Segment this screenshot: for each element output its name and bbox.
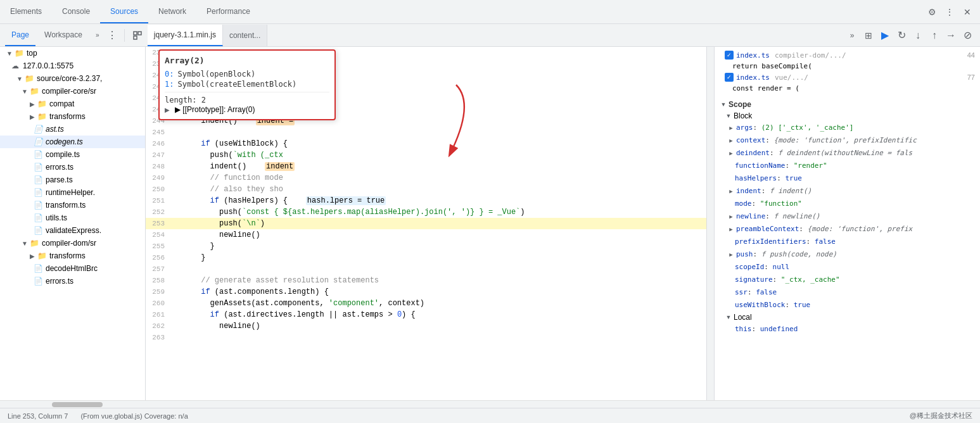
bottom-bar: Line 253, Column 7 (From vue.global.js) … [0,408,980,423]
expand-arrow-cd: ▼ [20,240,29,247]
scope-sep-push: : [753,249,761,260]
close-icon[interactable]: ✕ [961,6,974,18]
scope-val-this: undefined [760,324,798,335]
deactivate-button[interactable]: ⊘ [960,28,975,43]
more-tabs-button[interactable]: » [91,29,104,42]
call-stack-fn-1: const render = ( [732,84,799,92]
server-icon: ☁ [10,61,20,71]
expand-arrow-compat: ▶ [28,101,37,108]
tab-workspace[interactable]: Workspace [38,24,89,46]
tree-label-t2: transforms [49,251,86,260]
call-stack-item-0[interactable]: index.ts compiler-dom/.../ 44 [715,49,980,61]
tree-item-runtimehelper[interactable]: 📄 runtimeHelper. [0,186,145,199]
tree-label-compile: compile.ts [46,150,80,159]
tree-item-compiler-dom[interactable]: ▼ 📁 compiler-dom/sr [0,237,145,249]
tree-label-cc: compiler-core/sr [42,87,96,96]
tree-item-top[interactable]: ▼ 📁 top [0,47,145,60]
tree-item-transform[interactable]: 📄 transform.ts [0,199,145,212]
tree-item-compat[interactable]: ▶ 📁 compat [0,98,145,110]
block-header[interactable]: Block [715,110,980,122]
expand-context-icon[interactable] [727,135,735,146]
file-icon-decode: 📄 [33,263,43,274]
chevron-left-icon[interactable]: » [844,28,860,43]
tree-item-compile[interactable]: 📄 compile.ts [0,148,145,161]
block-section: Block args : (2) ['_ctx', '_cache'] cont… [715,110,980,312]
tree-label-errors2: errors.ts [46,277,73,286]
tab-sources[interactable]: Sources [100,0,148,23]
expand-panel-icon[interactable]: ⊞ [861,28,876,43]
file-tab-jquery[interactable]: jquery-3.1.1.min.js [148,25,223,46]
tree-item-server[interactable]: ☁ 127.0.0.1:5575 [0,60,145,72]
tab-network[interactable]: Network [148,0,196,23]
scope-sep-pi: : [806,236,815,248]
expand-indent-icon[interactable] [727,186,735,197]
tree-item-codegen[interactable]: 📄 codegen.ts [0,136,145,148]
more-options-icon[interactable]: ⋮ [943,6,956,18]
collapse-tree-button[interactable] [130,28,145,43]
tree-item-errors2[interactable]: 📄 errors.ts [0,275,145,287]
tree-item-utils[interactable]: 📄 utils.ts [0,212,145,224]
scope-val-push: f push(code, node) [761,249,837,260]
more-options-button[interactable]: ⋮ [106,29,119,42]
line-text: push(`const { ${ast.helpers.map(aliasHel… [171,206,525,218]
code-editor[interactable]: 238 239 if (isSetupInlined) { 240 push(`… [146,47,706,400]
call-stack-item-1[interactable]: index.ts vue/.../ 77 [715,72,980,83]
tree-item-compiler-core[interactable]: ▼ 📁 compiler-core/sr [0,85,145,98]
expand-proto-icon[interactable]: ▶ [165,106,170,113]
file-tab-content[interactable]: content... [223,25,267,46]
horizontal-scrollbar[interactable] [0,400,980,408]
tree-item-parse[interactable]: 📄 parse.ts [0,174,145,186]
code-line-259: 259 if (ast.components.length) { [146,286,706,298]
tree-item-ast[interactable]: 📄 ast.ts [0,123,145,136]
expand-push-icon[interactable] [727,249,735,260]
code-line-261: 261 if (ast.directives.length || ast.tem… [146,309,706,320]
tab-elements[interactable]: Elements [0,0,52,23]
h-scroll-thumb[interactable] [52,402,103,407]
tree-item-transforms2[interactable]: ▶ 📁 transforms [0,249,145,262]
line-text: // generate asset resolution statements [171,275,379,286]
resume-button[interactable]: ▶ [877,28,893,43]
line-number: 245 [146,127,171,138]
popup-title: Array(2) [165,56,329,65]
tree-item-transforms[interactable]: ▶ 📁 transforms [0,110,145,123]
popup-proto-text: ▶ [[Prototype]]: Array(0) [175,105,255,114]
file-icon-compile: 📄 [33,149,43,160]
scope-val-signature: "_ctx, _cache" [781,274,840,286]
local-header[interactable]: Local [715,312,980,323]
scope-row-newline: newline : f newline() [715,210,980,223]
scope-header[interactable]: Scope [715,99,980,110]
code-line-248: 248 indent() indent [146,161,706,172]
tab-console[interactable]: Console [52,0,100,23]
tree-label-codegen: codegen.ts [46,137,83,146]
scope-key-scopeId: scopeId [735,262,764,273]
settings-icon[interactable]: ⚙ [926,6,938,18]
local-expand-icon [725,314,732,320]
expand-deindent-icon[interactable] [727,148,735,159]
code-line-251: 251 if (hasHelpers) { hash.lpers = true [146,195,706,206]
file-icon-ast: 📄 [33,124,43,134]
vertical-scrollbar[interactable] [706,47,714,400]
expand-preamble-icon[interactable] [727,224,735,235]
step-out-button[interactable]: ↑ [927,28,942,43]
expand-args-icon[interactable] [727,122,735,134]
scope-key-preamble: preambleContext [736,224,799,235]
popup-item-1: 1: Symbol(createElementBlock) [165,79,329,89]
top-tab-icons: ⚙ ⋮ ✕ [926,6,980,18]
step-into-button[interactable]: ↓ [910,28,926,43]
scope-sep-fn: : [785,160,793,172]
expand-newline-icon[interactable] [727,211,735,222]
tree-item-decodehtmlbrc[interactable]: 📄 decodeHtmlBrc [0,262,145,275]
tree-item-errors[interactable]: 📄 errors.ts [0,161,145,174]
line-text: // function mode [171,172,283,184]
call-stack-path-0: compiler-dom/.../ [775,51,846,60]
step-button[interactable]: → [943,28,958,43]
tree-label-cd: compiler-dom/sr [42,239,96,248]
scope-row-args: args : (2) ['_ctx', '_cache'] [715,122,980,134]
tab-performance[interactable]: Performance [196,0,260,23]
step-over-button[interactable]: ↻ [894,28,909,43]
line-text: if (hasHelpers) { hash.lpers = true [171,195,386,206]
tree-item-validate[interactable]: 📄 validateExpress. [0,224,145,237]
tree-item-source-core[interactable]: ▼ 📁 source/core-3.2.37, [0,72,145,85]
tab-page[interactable]: Page [5,24,35,46]
code-line-250: 250 // also they sho [146,184,706,195]
